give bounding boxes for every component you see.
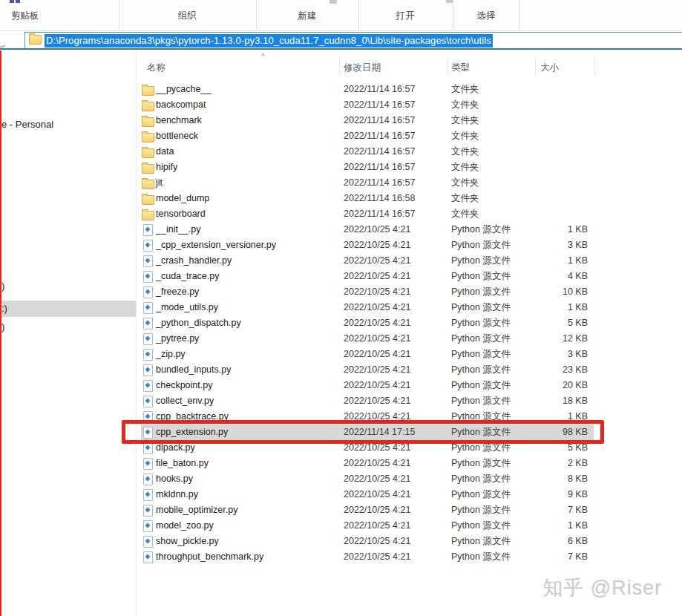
file-date-modified: 2022/10/25 4:21 xyxy=(344,315,410,331)
file-name: jit xyxy=(156,175,163,191)
column-resize-handle[interactable] xyxy=(535,58,536,76)
ribbon-group-organize[interactable]: 组织 xyxy=(178,10,197,22)
column-header-size[interactable]: 大小 xyxy=(540,62,559,74)
folder-icon xyxy=(142,102,154,111)
column-header-type[interactable]: 类型 xyxy=(451,62,470,74)
table-row[interactable]: mkldnn.py 2022/10/25 4:21 Python 源文件 9 K… xyxy=(137,487,682,502)
folder-icon xyxy=(142,164,154,174)
file-explorer-window: 剪贴板 组织 新建 打开 选择 D:\Programs\anaconda3\pk… xyxy=(0,0,682,616)
python-file-icon xyxy=(143,551,153,563)
file-date-modified: 2022/10/25 4:21 xyxy=(344,237,410,253)
file-date-modified: 2022/10/25 4:21 xyxy=(344,222,410,237)
table-row[interactable]: _crash_handler.py 2022/10/25 4:21 Python… xyxy=(137,253,682,269)
folder-icon xyxy=(142,195,154,205)
file-size: 3 KB xyxy=(499,237,588,253)
sidebar-item[interactable]: ) xyxy=(0,319,136,335)
table-row[interactable]: throughput_benchmark.py 2022/10/25 4:21 … xyxy=(137,549,682,565)
table-row[interactable]: tensorboard 2022/11/14 16:57 文件夹 xyxy=(137,206,682,222)
ribbon-group-clipboard[interactable]: 剪贴板 xyxy=(11,10,39,22)
file-name: _python_dispatch.py xyxy=(156,315,241,331)
file-date-modified: 2022/10/25 4:21 xyxy=(344,518,410,534)
python-file-icon xyxy=(143,380,153,392)
table-row[interactable]: bottleneck 2022/11/14 16:57 文件夹 xyxy=(137,128,682,144)
clipped-icon-fragment xyxy=(446,0,453,3)
address-path-text[interactable]: D:\Programs\anaconda3\pkgs\pytorch-1.13.… xyxy=(45,34,493,47)
table-row[interactable]: bundled_inputs.py 2022/10/25 4:21 Python… xyxy=(137,362,682,378)
table-row[interactable]: _python_dispatch.py 2022/10/25 4:21 Pyth… xyxy=(137,315,682,331)
table-row[interactable]: __init__.py 2022/10/25 4:21 Python 源文件 1… xyxy=(137,222,682,237)
file-date-modified: 2022/11/14 16:57 xyxy=(344,206,415,222)
column-resize-handle[interactable] xyxy=(339,58,340,76)
table-row[interactable]: model_zoo.py 2022/10/25 4:21 Python 源文件 … xyxy=(137,518,682,534)
table-row[interactable]: _zip.py 2022/10/25 4:21 Python 源文件 3 KB xyxy=(137,347,682,362)
table-row[interactable]: file_baton.py 2022/10/25 4:21 Python 源文件… xyxy=(137,456,682,471)
file-size: 3 KB xyxy=(499,347,588,362)
address-bar[interactable]: D:\Programs\anaconda3\pkgs\pytorch-1.13.… xyxy=(24,32,682,49)
sidebar-item[interactable]: :) xyxy=(0,301,136,317)
file-size: 1 KB xyxy=(499,222,588,237)
file-name: mobile_optimizer.py xyxy=(156,502,237,518)
folder-icon xyxy=(142,148,154,158)
column-header-name[interactable]: 名称 xyxy=(147,62,165,74)
table-row[interactable]: _pytree.py 2022/10/25 4:21 Python 源文件 12… xyxy=(137,331,682,347)
table-row[interactable]: cpp_extension.py 2022/11/14 17:15 Python… xyxy=(137,425,682,440)
table-row[interactable]: hipify 2022/11/14 16:57 文件夹 xyxy=(137,160,682,175)
table-row[interactable]: _mode_utils.py 2022/10/25 4:21 Python 源文… xyxy=(137,300,682,315)
file-name: _freeze.py xyxy=(156,284,199,300)
python-file-icon xyxy=(143,458,153,470)
file-type: 文件夹 xyxy=(451,160,479,175)
table-row[interactable]: benchmark 2022/11/14 16:57 文件夹 xyxy=(137,113,682,128)
file-date-modified: 2022/10/25 4:21 xyxy=(344,471,410,487)
file-date-modified: 2022/10/25 4:21 xyxy=(344,378,410,393)
table-row[interactable]: collect_env.py 2022/10/25 4:21 Python 源文… xyxy=(137,393,682,409)
table-row[interactable]: cpp_backtrace.py 2022/10/25 4:21 Python … xyxy=(137,409,682,425)
table-row[interactable]: backcompat 2022/11/14 16:57 文件夹 xyxy=(137,97,682,113)
table-row[interactable]: _cpp_extension_versioner.py 2022/10/25 4… xyxy=(137,237,682,253)
table-row[interactable]: jit 2022/11/14 16:57 文件夹 xyxy=(137,175,682,191)
back-arrow-icon[interactable] xyxy=(0,36,7,47)
table-row[interactable]: model_dump 2022/11/14 16:58 文件夹 xyxy=(137,191,682,206)
table-row[interactable]: checkpoint.py 2022/10/25 4:21 Python 源文件… xyxy=(137,378,682,393)
ribbon-group-new[interactable]: 新建 xyxy=(298,10,317,22)
sidebar-item[interactable]: e - Personal xyxy=(0,117,136,133)
column-header-date[interactable]: 修改日期 xyxy=(344,62,381,74)
table-row[interactable]: __pycache__ 2022/11/14 16:57 文件夹 xyxy=(137,82,682,97)
file-name: _cpp_extension_versioner.py xyxy=(156,237,276,253)
file-size: 5 KB xyxy=(499,440,588,456)
file-date-modified: 2022/10/25 4:21 xyxy=(344,393,410,409)
table-row[interactable]: hooks.py 2022/10/25 4:21 Python 源文件 8 KB xyxy=(137,471,682,487)
file-name: _crash_handler.py xyxy=(156,253,232,269)
table-row[interactable]: data 2022/11/14 16:57 文件夹 xyxy=(137,144,682,160)
file-date-modified: 2022/10/25 4:21 xyxy=(344,409,410,425)
file-size: 7 KB xyxy=(499,502,588,518)
file-size: 2 KB xyxy=(499,456,588,471)
ribbon-separator xyxy=(358,0,359,30)
table-row[interactable]: show_pickle.py 2022/10/25 4:21 Python 源文… xyxy=(137,534,682,549)
python-file-icon xyxy=(143,333,153,345)
table-row[interactable]: _freeze.py 2022/10/25 4:21 Python 源文件 10… xyxy=(137,284,682,300)
ribbon-separator xyxy=(256,0,257,30)
ribbon-group-open[interactable]: 打开 xyxy=(396,10,415,22)
table-row[interactable]: _cuda_trace.py 2022/10/25 4:21 Python 源文… xyxy=(137,269,682,284)
file-type: 文件夹 xyxy=(451,191,479,206)
file-name: __pycache__ xyxy=(156,82,211,97)
file-name: model_dump xyxy=(156,191,209,206)
ribbon-separator xyxy=(119,0,119,30)
sidebar-item[interactable]: ) xyxy=(0,278,136,295)
python-file-icon xyxy=(143,302,153,314)
sort-ascending-icon[interactable]: ^ xyxy=(261,53,265,61)
file-name: tensorboard xyxy=(156,206,206,222)
python-file-icon xyxy=(143,474,153,485)
python-file-icon xyxy=(143,411,153,423)
file-name: dlpack.py xyxy=(156,440,195,456)
file-size: 1 KB xyxy=(499,409,588,425)
file-name: checkpoint.py xyxy=(156,378,212,393)
file-size: 18 KB xyxy=(499,393,588,409)
ribbon-separator xyxy=(453,0,453,30)
table-row[interactable]: mobile_optimizer.py 2022/10/25 4:21 Pyth… xyxy=(137,502,682,518)
ribbon-group-select[interactable]: 选择 xyxy=(477,10,496,22)
column-resize-handle[interactable] xyxy=(594,58,595,76)
table-row[interactable]: dlpack.py 2022/10/25 4:21 Python 源文件 5 K… xyxy=(137,440,682,456)
file-date-modified: 2022/10/25 4:21 xyxy=(344,347,410,362)
column-resize-handle[interactable] xyxy=(447,58,448,76)
